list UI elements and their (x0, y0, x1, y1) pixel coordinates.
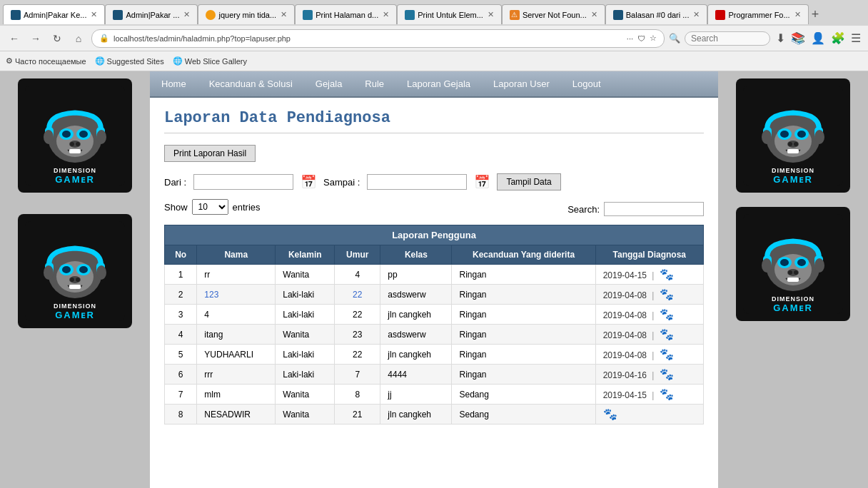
detail-icon[interactable]: 🐾 (660, 288, 674, 300)
row-no: 4 (165, 325, 197, 345)
col-kelas: Kelas (380, 245, 452, 265)
tab-close-2[interactable]: ✕ (183, 10, 190, 19)
dari-calendar-button[interactable]: 📅 (301, 174, 316, 190)
nav-gejala[interactable]: Gejala (304, 71, 354, 96)
table-row: 5YUDHAARLILaki-laki22jln cangkehRingan20… (165, 345, 704, 365)
nav-logout[interactable]: Logout (561, 71, 612, 96)
row-umur: 22 (335, 285, 380, 305)
row-tanggal: 2019-04-08 | 🐾 (595, 325, 703, 345)
sync-icon[interactable]: 👤 (809, 30, 827, 46)
bookmark-frequents[interactable]: ⚙ Часто посещаемые (6, 56, 86, 66)
dari-input[interactable] (193, 174, 293, 190)
bookmarks-bar: ⚙ Часто посещаемые 🌐 Suggested Sites 🌐 W… (0, 51, 868, 71)
left-logo-svg-2: DIMENSION GAMᴇR (25, 221, 125, 321)
svg-point-31 (96, 265, 106, 280)
tab-4[interactable]: Print Halaman d... ✕ (295, 4, 397, 24)
right-logo-box-1: DIMENSION GAMᴇR (736, 78, 850, 193)
bookmark-suggested[interactable]: 🌐 Suggested Sites (95, 56, 164, 66)
filter-bar: Dari : 📅 Sampai : 📅 Tampil Data (164, 173, 704, 190)
tab-close-active[interactable]: ✕ (91, 10, 97, 19)
detail-icon[interactable]: 🐾 (660, 308, 674, 320)
svg-point-42 (788, 142, 792, 146)
nav-rule[interactable]: Rule (353, 71, 395, 96)
nav-laporan-gejala[interactable]: Laporan Gejala (395, 71, 482, 96)
page-wrapper: DIMENSION GAMᴇR (0, 71, 868, 488)
tab-5[interactable]: Print Untuk Elem... ✕ (397, 4, 502, 24)
row-kelamin: Laki-laki (276, 345, 335, 365)
row-umur: 22 (335, 305, 380, 325)
sampai-label: Sampai : (323, 177, 360, 188)
left-sidebar: DIMENSION GAMᴇR (0, 71, 150, 488)
tab-2[interactable]: Admin|Pakar ... ✕ (105, 4, 198, 24)
nama-link[interactable]: 123 (204, 290, 218, 300)
svg-point-30 (44, 265, 54, 280)
more-options-icon[interactable]: ··· (627, 34, 633, 43)
tab-close-7[interactable]: ✕ (693, 10, 700, 19)
tab-bar: Admin|Pakar Ke... ✕ Admin|Pakar ... ✕ jq… (0, 0, 868, 26)
detail-icon[interactable]: 🐾 (660, 268, 674, 280)
address-bar[interactable]: 🔒 localhost/tes/admin/haladmin.php?top=l… (91, 29, 665, 48)
sampai-calendar-button[interactable]: 📅 (474, 174, 490, 190)
right-logo-svg-1: DIMENSION GAMᴇR (743, 86, 843, 185)
entries-select[interactable]: 10 25 50 100 (192, 199, 228, 215)
table-row: 6rrrLaki-laki74444Ringan2019-04-16 | 🐾 (165, 365, 704, 385)
library-icon[interactable]: 📚 (789, 30, 807, 46)
nav-home[interactable]: Home (150, 71, 198, 96)
tab-label-7: Balasan #0 dari ... (626, 11, 690, 19)
svg-text:DIMENSION: DIMENSION (772, 167, 814, 174)
tab-favicon-6: ⚠ (510, 10, 520, 20)
tab-active[interactable]: Admin|Pakar Ke... ✕ (3, 4, 105, 24)
detail-icon[interactable]: 🐾 (660, 368, 674, 380)
tab-favicon-active (11, 10, 21, 20)
detail-icon[interactable]: 🐾 (603, 408, 617, 420)
search-input[interactable] (685, 31, 770, 46)
tab-6[interactable]: ⚠ Server Not Foun... ✕ (502, 4, 605, 24)
star-bookmark-icon: ⚙ (6, 56, 13, 66)
tab-close-3[interactable]: ✕ (281, 10, 287, 19)
row-nama: itang (197, 325, 276, 345)
forward-button[interactable]: → (27, 30, 44, 47)
home-button[interactable]: ⌂ (70, 30, 87, 47)
svg-point-40 (797, 131, 806, 138)
tab-label-8: Programmer Fo... (728, 11, 789, 19)
svg-point-13 (44, 130, 54, 144)
download-icon[interactable]: ⬇ (774, 30, 787, 46)
lock-icon: 🔒 (99, 34, 109, 43)
tampil-button[interactable]: Tampil Data (497, 173, 560, 190)
nav-laporan-user[interactable]: Laporan User (482, 71, 561, 96)
bookmark-frequents-label: Часто посещаемые (15, 57, 86, 66)
bookmark-webslice[interactable]: 🌐 Web Slice Gallery (173, 56, 247, 66)
row-nama[interactable]: 123 (197, 285, 276, 305)
tab-close-8[interactable]: ✕ (794, 10, 801, 19)
tab-3[interactable]: jquery min tida... ✕ (198, 4, 295, 24)
detail-icon[interactable]: 🐾 (660, 348, 674, 360)
col-kecanduan: Kecanduan Yang diderita (452, 245, 595, 265)
entries-label: entries (233, 202, 261, 213)
print-button[interactable]: Print Laporan Hasil (164, 145, 256, 162)
show-search-row: Show 10 25 50 100 entries Search: (164, 199, 704, 219)
sampai-input[interactable] (367, 174, 467, 190)
detail-icon[interactable]: 🐾 (660, 388, 674, 400)
extensions-icon[interactable]: 🧩 (829, 30, 847, 46)
tab-favicon-2 (113, 10, 123, 20)
svg-point-8 (70, 142, 74, 146)
row-nama: NESADWIR (197, 405, 276, 425)
table-search-input[interactable] (604, 202, 704, 216)
back-button[interactable]: ← (6, 30, 23, 47)
table-row: 2123Laki-laki22asdswerwRingan2019-04-08 … (165, 285, 704, 305)
row-kelamin: Laki-laki (276, 305, 335, 325)
nav-kecanduan[interactable]: Kecanduan & Solusi (198, 71, 304, 96)
row-kecanduan: Ringan (452, 305, 595, 325)
right-logo-svg-2: DIMENSION GAMᴇR (743, 214, 843, 314)
detail-icon[interactable]: 🐾 (660, 328, 674, 340)
tab-close-4[interactable]: ✕ (383, 10, 389, 19)
tab-close-5[interactable]: ✕ (488, 10, 494, 19)
tab-favicon-4 (303, 10, 313, 20)
tab-close-6[interactable]: ✕ (591, 10, 597, 19)
refresh-button[interactable]: ↻ (49, 30, 66, 47)
menu-icon[interactable]: ☰ (849, 30, 862, 46)
star-icon[interactable]: ☆ (650, 34, 657, 43)
tab-7[interactable]: Balasan #0 dari ... ✕ (605, 4, 708, 24)
new-tab-button[interactable]: + (812, 7, 819, 22)
tab-8[interactable]: Programmer Fo... ✕ (707, 4, 808, 24)
